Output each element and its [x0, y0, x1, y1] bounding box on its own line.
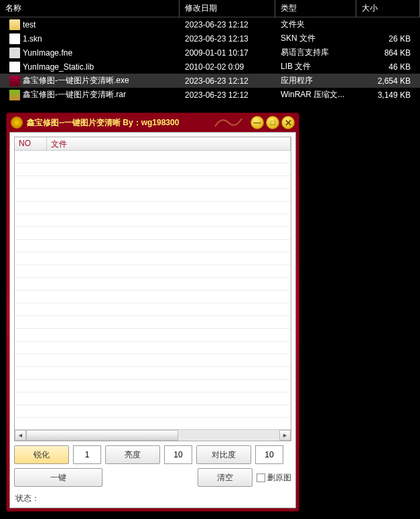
sharpen-button[interactable]: 锐化 — [14, 445, 69, 464]
list-header-no[interactable]: NO — [15, 137, 47, 150]
scroll-right-button[interactable]: ► — [279, 430, 291, 441]
file-row[interactable]: 鑫宝修图-一键图片变清晰.rar2023-06-23 12:12WinRAR 压… — [0, 88, 420, 102]
list-header: NO 文件 — [15, 137, 291, 151]
file-type: LIB 文件 — [275, 61, 356, 72]
explorer-column-headers: 名称 修改日期 类型 大小 — [0, 0, 420, 17]
column-header-name[interactable]: 名称 — [0, 0, 180, 17]
explorer-rows: test2023-06-23 12:12文件夹1.skn2023-06-23 1… — [0, 17, 420, 102]
file-row[interactable]: 鑫宝修图-一键图片变清晰.exe2023-06-23 12:12应用程序2,65… — [0, 74, 420, 88]
app-icon — [11, 117, 23, 129]
exe-icon — [9, 76, 20, 86]
file-name-cell: 1.skn — [0, 33, 180, 44]
column-header-size[interactable]: 大小 — [356, 0, 420, 17]
controls-row-2: 一键 清空 删原图 — [14, 468, 291, 487]
file-date: 2023-06-23 12:12 — [180, 20, 275, 29]
scroll-track[interactable] — [26, 430, 279, 441]
file-date: 2010-02-02 0:09 — [180, 62, 275, 72]
file-size: 26 KB — [356, 34, 420, 44]
file-type: 应用程序 — [275, 75, 356, 86]
file-type: SKN 文件 — [275, 33, 356, 44]
file-name-cell: test — [0, 19, 180, 30]
file-type: 易语言支持库 — [275, 47, 356, 58]
file-date: 2023-06-23 12:12 — [180, 76, 275, 86]
delete-original-checkbox[interactable]: 删原图 — [257, 472, 291, 484]
file-size: 3,149 KB — [356, 90, 420, 100]
file-icon — [9, 33, 20, 44]
file-date: 2023-06-23 12:13 — [180, 34, 275, 44]
close-button[interactable]: ✕ — [281, 116, 295, 129]
delete-original-label: 删原图 — [267, 472, 291, 484]
file-icon — [9, 62, 20, 72]
list-rows-empty[interactable] — [15, 151, 291, 429]
file-name: test — [23, 20, 36, 29]
window-title: 鑫宝修图--一键图片变清晰 By：wg198300 — [27, 117, 179, 129]
titlebar[interactable]: 鑫宝修图--一键图片变清晰 By：wg198300 — □ ✕ — [7, 113, 299, 132]
column-header-type[interactable]: 类型 — [275, 0, 356, 17]
file-row[interactable]: YunImage_Static.lib2010-02-02 0:09LIB 文件… — [0, 60, 420, 74]
file-name: YunImage.fne — [23, 48, 72, 58]
file-size: 2,654 KB — [356, 76, 420, 86]
scroll-thumb[interactable] — [26, 430, 178, 441]
file-row[interactable]: YunImage.fne2009-01-01 10:17易语言支持库864 KB — [0, 46, 420, 60]
file-name-cell: YunImage.fne — [0, 48, 180, 58]
file-list: NO 文件 ◄ ► — [14, 137, 291, 441]
file-row[interactable]: test2023-06-23 12:12文件夹 — [0, 17, 420, 31]
controls-panel: 锐化 1 亮度 10 对比度 10 一键 清空 删原图 — [10, 441, 295, 491]
file-name-cell: 鑫宝修图-一键图片变清晰.rar — [0, 89, 180, 100]
file-date: 2009-01-01 10:17 — [180, 48, 275, 58]
app-body: NO 文件 ◄ ► 锐化 1 亮度 10 对比度 10 一键 — [9, 132, 296, 508]
file-size: 46 KB — [356, 62, 420, 72]
file-size: 864 KB — [356, 48, 420, 58]
contrast-button[interactable]: 对比度 — [196, 445, 251, 464]
list-header-file[interactable]: 文件 — [47, 137, 291, 150]
file-row[interactable]: 1.skn2023-06-23 12:13SKN 文件26 KB — [0, 31, 420, 46]
file-name-cell: YunImage_Static.lib — [0, 62, 180, 72]
file-name: 1.skn — [23, 34, 42, 44]
rar-icon — [9, 90, 20, 100]
maximize-button[interactable]: □ — [266, 116, 279, 129]
status-bar: 状态： — [10, 491, 295, 508]
brightness-value[interactable]: 10 — [164, 445, 192, 464]
file-name: YunImage_Static.lib — [23, 62, 94, 72]
brightness-button[interactable]: 亮度 — [105, 445, 160, 464]
folder-icon — [9, 19, 20, 30]
scroll-left-button[interactable]: ◄ — [15, 430, 26, 441]
file-name-cell: 鑫宝修图-一键图片变清晰.exe — [0, 75, 180, 86]
clear-button[interactable]: 清空 — [198, 468, 253, 487]
file-type: WinRAR 压缩文... — [275, 89, 356, 100]
file-name: 鑫宝修图-一键图片变清晰.rar — [23, 89, 126, 100]
horizontal-scrollbar[interactable]: ◄ ► — [15, 429, 291, 441]
file-name: 鑫宝修图-一键图片变清晰.exe — [23, 75, 129, 86]
lib-icon — [9, 48, 20, 58]
checkbox-icon — [257, 473, 265, 482]
minimize-button[interactable]: — — [251, 116, 264, 129]
file-date: 2023-06-23 12:12 — [180, 90, 275, 100]
app-window: 鑫宝修图--一键图片变清晰 By：wg198300 — □ ✕ NO 文件 ◄ … — [6, 113, 299, 512]
controls-row-1: 锐化 1 亮度 10 对比度 10 — [14, 445, 291, 464]
sharpen-value[interactable]: 1 — [73, 445, 101, 464]
onekey-button[interactable]: 一键 — [14, 468, 102, 487]
file-explorer: 名称 修改日期 类型 大小 test2023-06-23 12:12文件夹1.s… — [0, 0, 420, 102]
contrast-value[interactable]: 10 — [255, 445, 283, 464]
column-header-date[interactable]: 修改日期 — [180, 0, 275, 17]
file-type: 文件夹 — [275, 19, 356, 30]
window-controls: — □ ✕ — [251, 116, 295, 129]
decoration-swirl-icon — [212, 115, 245, 131]
